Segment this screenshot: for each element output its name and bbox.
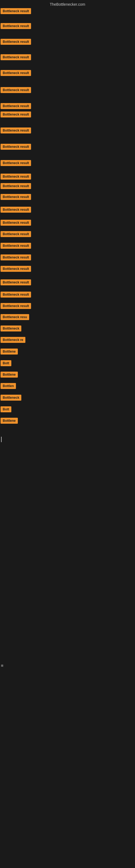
bottleneck-badge[interactable]: Bottlen xyxy=(1,383,16,389)
bottleneck-badge[interactable]: Bottleneck result xyxy=(1,160,31,166)
bottleneck-badge[interactable]: Bottleneck result xyxy=(1,207,31,213)
bottleneck-badge[interactable]: Bottleneck resu xyxy=(1,314,29,320)
list-item: Bottleneck result xyxy=(1,303,31,310)
bottleneck-badge[interactable]: Bottleneck result xyxy=(1,8,31,14)
list-item: Bottleneck resu xyxy=(1,314,29,321)
bottleneck-badge[interactable]: Bott xyxy=(1,360,11,366)
bottleneck-badge[interactable]: Bottleneck result xyxy=(1,144,31,150)
list-item: Bottleneck result xyxy=(1,160,31,167)
bottleneck-badge[interactable]: Bottleneck result xyxy=(1,183,31,189)
page-wrapper: TheBottlenecker.com Bottleneck resultBot… xyxy=(0,0,135,868)
list-item: Bottleneck result xyxy=(1,266,31,273)
bottleneck-badge[interactable]: Bott xyxy=(1,406,11,412)
list-item: Bottlene xyxy=(1,348,18,355)
bottleneck-badge[interactable]: Bottleneck result xyxy=(1,266,31,272)
bottleneck-badge[interactable]: Bottleneck xyxy=(1,395,21,401)
list-item: Bottlene xyxy=(1,418,18,425)
list-item: Bottleneck result xyxy=(1,279,31,286)
list-item: Bottleneck result xyxy=(1,220,31,227)
bottleneck-badge[interactable]: Bottleneck result xyxy=(1,23,31,29)
list-item: Bottleneck result xyxy=(1,112,31,119)
list-item: Bottleneck result xyxy=(1,8,31,15)
bottleneck-badge[interactable]: Bottleneck re xyxy=(1,337,26,343)
bottleneck-badge[interactable]: Bottleneck result xyxy=(1,39,31,45)
bottleneck-badge[interactable]: Bottleneck result xyxy=(1,243,31,249)
bottleneck-badge[interactable]: Bottleneck result xyxy=(1,254,31,260)
list-item: Bottleneck result xyxy=(1,194,31,201)
bottleneck-badge[interactable]: Bottleneck result xyxy=(1,127,31,133)
list-item: Bottleneck result xyxy=(1,87,31,94)
bottleneck-badge[interactable]: Bottleneck result xyxy=(1,220,31,226)
list-item: Bottleneck result xyxy=(1,243,31,250)
bottleneck-badge[interactable]: Bottleneck result xyxy=(1,174,31,180)
bottleneck-badge[interactable]: Bottleneck result xyxy=(1,103,31,109)
bottleneck-badge[interactable]: Bottleneck result xyxy=(1,112,31,118)
list-item: Bottleneck result xyxy=(1,103,31,110)
list-item: Bottleneck result xyxy=(1,23,31,30)
bottleneck-badge[interactable]: Bottleneck result xyxy=(1,303,31,309)
list-item: Bottleneck result xyxy=(1,54,31,61)
list-item: Bottleneck xyxy=(1,326,21,333)
list-item: Bott xyxy=(1,406,11,413)
bottleneck-badge[interactable]: Bottleneck result xyxy=(1,87,31,93)
bottleneck-badge[interactable]: Bottleneck result xyxy=(1,54,31,60)
list-item: Bottleneck result xyxy=(1,70,31,77)
list-item: Bottleneck result xyxy=(1,183,31,190)
list-item: Bottleneck result xyxy=(1,127,31,134)
bottleneck-badge[interactable]: Bottlene xyxy=(1,348,18,354)
list-item: Bottlene xyxy=(1,372,18,379)
list-item: Bottleneck result xyxy=(1,291,31,299)
list-item: Bottleneck re xyxy=(1,337,26,344)
items-container: Bottleneck resultBottleneck resultBottle… xyxy=(0,0,135,868)
list-item: Bottleneck result xyxy=(1,231,31,238)
list-item: Bott xyxy=(1,360,11,367)
list-item: Bottlen xyxy=(1,383,16,390)
bottleneck-badge[interactable]: Bottleneck result xyxy=(1,279,31,285)
bottleneck-badge[interactable]: Bottleneck xyxy=(1,326,21,332)
bottleneck-badge[interactable]: Bottleneck result xyxy=(1,231,31,237)
bottleneck-badge[interactable]: Bottleneck result xyxy=(1,194,31,200)
bottleneck-badge[interactable]: Bottleneck result xyxy=(1,291,31,298)
bottleneck-badge[interactable]: Bottleneck result xyxy=(1,70,31,76)
cursor-indicator xyxy=(1,437,2,442)
small-dot-indicator xyxy=(1,664,3,667)
bottleneck-badge[interactable]: Bottlene xyxy=(1,372,18,378)
bottleneck-badge[interactable]: Bottlene xyxy=(1,418,18,424)
list-item: Bottleneck result xyxy=(1,207,31,214)
list-item: Bottleneck result xyxy=(1,254,31,261)
list-item: Bottleneck xyxy=(1,395,21,402)
list-item: Bottleneck result xyxy=(1,144,31,151)
list-item: Bottleneck result xyxy=(1,39,31,46)
list-item: Bottleneck result xyxy=(1,174,31,181)
